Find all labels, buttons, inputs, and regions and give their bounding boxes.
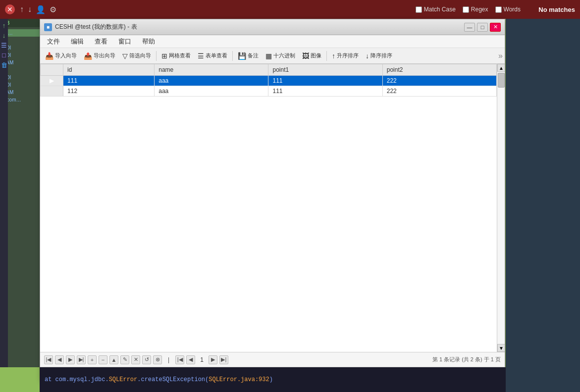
- col-header-point1[interactable]: point1: [268, 64, 382, 76]
- separator-3: [326, 51, 327, 61]
- scroll-thumb[interactable]: [498, 73, 505, 88]
- top-search-bar: ✕ ↑ ↓ 👤 ⚙ Match Case Regex Words No matc…: [0, 0, 580, 19]
- menu-help[interactable]: 帮助: [137, 36, 160, 48]
- table-area: id name point1 point2 ▶ 111 aaa 111 222: [40, 64, 505, 352]
- page-number: 1: [200, 356, 204, 363]
- nav-last-button[interactable]: ▶|: [77, 355, 86, 364]
- arrow-down-icon[interactable]: ↓: [28, 5, 32, 14]
- table-row[interactable]: ▶ 111 aaa 111 222: [41, 76, 497, 86]
- navigation-icons: ↑ ↓ 👤 ⚙: [20, 5, 56, 14]
- memo-button[interactable]: 💾 备注: [235, 51, 262, 61]
- sidebar-action-1[interactable]: ↑: [0, 22, 7, 29]
- words-option[interactable]: Words: [495, 6, 521, 13]
- row-2-id[interactable]: 112: [63, 86, 155, 97]
- row-2-name[interactable]: aaa: [155, 86, 268, 97]
- nav-prev-button[interactable]: ◀: [55, 355, 64, 364]
- hex-button[interactable]: ▦ 十六进制: [263, 51, 298, 61]
- match-case-option[interactable]: Match Case: [416, 6, 456, 13]
- sort-desc-icon: ↓: [366, 52, 369, 60]
- navigation-bar: |◀ ◀ ▶ ▶| + − ▲ ✎ ✕ ↺ ⊗ | |◀ ◀ 1 ▶ ▶| 第 …: [40, 352, 505, 367]
- nav-refresh-button[interactable]: ↺: [142, 355, 151, 364]
- menu-file[interactable]: 文件: [42, 36, 65, 48]
- form-icon: ☰: [198, 52, 204, 60]
- sidebar-action-4[interactable]: □: [0, 51, 7, 58]
- nav-edit-button[interactable]: ✎: [120, 355, 129, 364]
- sidebar-action-3[interactable]: ☰: [0, 42, 7, 49]
- form-view-button[interactable]: ☰ 表单查看: [195, 51, 230, 61]
- main-window: ■ CESHI @test (我的数据库) - 表 — □ ✕ 文件 编辑 查看…: [40, 19, 505, 380]
- col-header-id[interactable]: id: [63, 64, 155, 76]
- table-row[interactable]: 112 aaa 111 222: [41, 86, 497, 97]
- page-prev-button[interactable]: ◀: [186, 355, 195, 364]
- window-app-icon: ■: [44, 23, 52, 31]
- separator-2: [232, 51, 233, 61]
- import-wizard-button[interactable]: 📥 导入向导: [42, 51, 80, 61]
- filter-icon: ▽: [122, 52, 128, 60]
- window-titlebar: ■ CESHI @test (我的数据库) - 表 — □ ✕: [40, 19, 505, 35]
- nav-first-button[interactable]: |◀: [44, 355, 53, 364]
- person-icon[interactable]: 👤: [36, 5, 46, 14]
- row-2-point2[interactable]: 222: [382, 86, 496, 97]
- hex-icon: ▦: [265, 52, 272, 60]
- regex-option[interactable]: Regex: [463, 6, 488, 13]
- nav-remove-button[interactable]: −: [99, 355, 107, 364]
- window-close-button[interactable]: ✕: [490, 23, 501, 32]
- menu-edit[interactable]: 编辑: [66, 36, 89, 48]
- table-scroll-area: id name point1 point2 ▶ 111 aaa 111 222: [40, 64, 497, 352]
- page-next-button[interactable]: ▶: [209, 355, 217, 364]
- grid-view-button[interactable]: ⊞ 网格查看: [158, 51, 194, 61]
- row-2-indicator: [41, 86, 63, 97]
- page-last-button[interactable]: ▶|: [219, 355, 228, 364]
- scroll-down-button[interactable]: ▼: [497, 344, 505, 352]
- words-checkbox[interactable]: [495, 6, 502, 13]
- export-wizard-button[interactable]: 📤 导出向导: [81, 51, 118, 61]
- nav-cancel-button[interactable]: ✕: [131, 355, 140, 364]
- menubar: 文件 编辑 查看 窗口 帮助: [40, 35, 505, 48]
- row-1-name[interactable]: aaa: [155, 76, 268, 86]
- sort-asc-button[interactable]: ↑ 升序排序: [329, 51, 362, 61]
- export-icon: 📤: [84, 52, 92, 60]
- image-button[interactable]: 🖼 图像: [299, 51, 324, 61]
- menu-window[interactable]: 窗口: [113, 36, 136, 48]
- row-2-point1[interactable]: 111: [268, 86, 382, 97]
- menu-view[interactable]: 查看: [90, 36, 112, 48]
- error-text-part2: .createSQLException(: [137, 376, 209, 383]
- page-separator: |: [168, 356, 169, 363]
- page-first-button[interactable]: |◀: [175, 355, 184, 364]
- bottom-code-area: at com.mysql.jdbc.SQLError.createSQLExce…: [40, 367, 506, 392]
- minimize-button[interactable]: —: [464, 23, 475, 32]
- right-panel: [506, 19, 580, 392]
- memo-icon: 💾: [238, 52, 246, 60]
- grid-icon: ⊞: [161, 52, 167, 60]
- row-1-id[interactable]: 111: [63, 76, 155, 86]
- nav-stop-button[interactable]: ⊗: [153, 355, 162, 364]
- close-button[interactable]: ✕: [5, 4, 15, 14]
- arrow-up-icon[interactable]: ↑: [20, 5, 24, 14]
- regex-checkbox[interactable]: [463, 6, 469, 13]
- table-scrollbar[interactable]: ▲ ▼: [497, 64, 505, 352]
- toolbar-more-button[interactable]: »: [498, 51, 503, 60]
- left-sidebar: DB "C… ID POI POI NAM ID POI POI NAM + c…: [0, 19, 40, 367]
- error-text: at com.mysql.jdbc.SQLError.createSQLExce…: [45, 376, 273, 383]
- sidebar-action-5[interactable]: 🗑: [0, 61, 7, 68]
- sidebar-action-2[interactable]: ↓: [0, 32, 7, 39]
- nav-next-button[interactable]: ▶: [66, 355, 75, 364]
- separator-1: [156, 51, 157, 61]
- scroll-up-button[interactable]: ▲: [497, 64, 505, 72]
- col-header-point2[interactable]: point2: [382, 64, 496, 76]
- import-icon: 📥: [45, 52, 53, 60]
- maximize-button[interactable]: □: [477, 23, 488, 32]
- filter-wizard-button[interactable]: ▽ 筛选向导: [119, 51, 154, 61]
- col-header-name[interactable]: name: [155, 64, 268, 76]
- match-case-checkbox[interactable]: [416, 6, 422, 13]
- error-text-part1: at com.mysql.jdbc.: [45, 376, 109, 383]
- gear-icon[interactable]: ⚙: [50, 5, 56, 14]
- window-controls: — □ ✕: [464, 23, 501, 32]
- row-1-point2[interactable]: 222: [382, 76, 496, 86]
- nav-up-button[interactable]: ▲: [109, 355, 118, 364]
- nav-add-button[interactable]: +: [88, 355, 97, 364]
- image-icon: 🖼: [302, 52, 309, 60]
- col-header-indicator: [41, 64, 63, 76]
- row-1-point1[interactable]: 111: [268, 76, 382, 86]
- sort-desc-button[interactable]: ↓ 降序排序: [363, 51, 395, 61]
